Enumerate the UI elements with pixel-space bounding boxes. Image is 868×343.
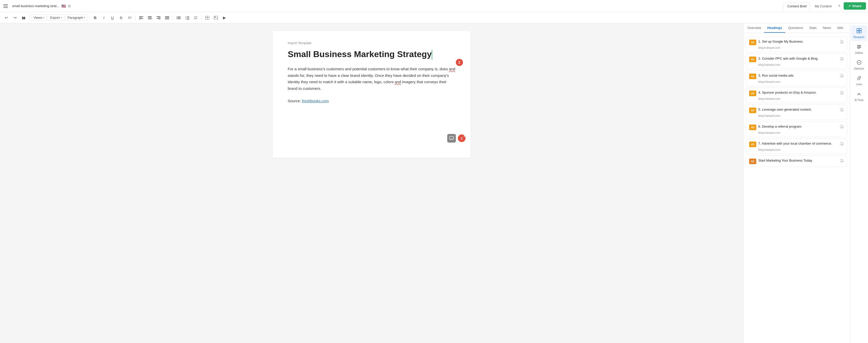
align-justify-button[interactable]: [163, 14, 171, 22]
paragraph-dropdown[interactable]: Paragraph ▾: [65, 14, 88, 21]
heading-item-0[interactable]: H3 1. Set up Google My Business. blog.hu…: [746, 37, 847, 52]
svg-rect-49: [840, 159, 843, 162]
svg-rect-45: [840, 125, 843, 128]
import-template-link[interactable]: Import Template: [288, 41, 455, 45]
heading-text-2: 3. Run social media ads.: [758, 73, 844, 78]
heading-text-1: 2. Consder PPC ads with Google & Bing.: [758, 56, 844, 61]
add-tab-button[interactable]: +: [836, 3, 843, 9]
copy-button-0[interactable]: [839, 39, 845, 45]
heading-item-7[interactable]: H2 Start Marketing Your Business Today: [746, 156, 847, 167]
image-button[interactable]: [212, 14, 220, 22]
checklist-button[interactable]: ☑: [192, 14, 199, 22]
copy-button-5[interactable]: [839, 124, 845, 130]
tab-stats[interactable]: Stats: [806, 23, 820, 33]
optimize-icon: [857, 60, 862, 66]
heading-text-3: 4. Sponsor products on Etsy & Amazon.: [758, 90, 844, 95]
heading-item-6[interactable]: H3 7. Advertise with your local chamber …: [746, 139, 847, 154]
heading-badge-1: H3: [749, 57, 756, 62]
heading-badge-5: H3: [749, 125, 756, 130]
comment-icon[interactable]: [447, 134, 456, 143]
align-left-button[interactable]: [137, 14, 145, 22]
far-right-links[interactable]: Links: [851, 73, 867, 88]
subscript-button[interactable]: X2: [126, 14, 133, 22]
tab-questions[interactable]: Questions: [785, 23, 806, 33]
save-button[interactable]: [20, 14, 27, 22]
tab-headings[interactable]: Headings: [764, 23, 785, 33]
copy-button-2[interactable]: [839, 73, 845, 79]
ordered-list-button[interactable]: 1.2.3.: [183, 14, 191, 22]
heading-item-2[interactable]: H3 3. Run social media ads. blog.hubspot…: [746, 71, 847, 86]
table-button[interactable]: [204, 14, 211, 22]
comment-count-badge[interactable]: 2: [456, 59, 463, 66]
heading-badge-2: H3: [749, 74, 756, 79]
export-chevron: ▾: [61, 16, 62, 19]
paragraph-chevron: ▾: [84, 16, 85, 19]
export-dropdown[interactable]: Export ▾: [48, 14, 64, 21]
divider-2: [89, 15, 90, 21]
italic-button[interactable]: I: [100, 14, 108, 22]
tab-overview[interactable]: Overview: [744, 23, 764, 33]
copy-button-4[interactable]: [839, 107, 845, 113]
share-button[interactable]: ↗ Share: [844, 2, 866, 10]
comment-plus: +: [463, 135, 465, 138]
far-right-outline[interactable]: Outline: [851, 42, 867, 57]
source-link[interactable]: freshbooks.com: [302, 99, 329, 103]
tab-news[interactable]: News: [820, 23, 834, 33]
redo-button[interactable]: ↪: [11, 14, 19, 22]
heading-badge-6: H3: [749, 142, 756, 147]
heading-item-1[interactable]: H3 2. Consder PPC ads with Google & Bing…: [746, 54, 847, 69]
heading-item-5[interactable]: H3 6. Develop a referral program. blog.h…: [746, 122, 847, 137]
svg-rect-51: [859, 28, 861, 30]
source-text: Source:: [288, 99, 301, 103]
svg-rect-54: [857, 45, 861, 46]
svg-rect-4: [148, 16, 152, 17]
heading-item-4[interactable]: H3 5. Leverage user-generated content. b…: [746, 105, 847, 120]
svg-rect-57: [858, 48, 860, 49]
svg-rect-7: [149, 19, 151, 20]
copy-button-3[interactable]: [839, 90, 845, 96]
far-right-optimize[interactable]: Optimize: [851, 57, 867, 73]
views-dropdown[interactable]: Views ▾: [31, 14, 47, 21]
strikethrough-button[interactable]: S: [117, 14, 125, 22]
doc-body-paragraph[interactable]: For a small business's customers and pot…: [288, 66, 455, 92]
heading-text-4: 5. Leverage user-generated content.: [758, 107, 844, 112]
svg-text:3.: 3.: [185, 19, 186, 20]
svg-rect-35: [840, 40, 843, 43]
bold-button[interactable]: B: [91, 14, 99, 22]
svg-rect-2: [139, 18, 143, 19]
tab-wiki[interactable]: Wiki: [834, 23, 846, 33]
copy-button-7[interactable]: [839, 158, 845, 164]
svg-rect-55: [858, 46, 861, 47]
svg-rect-23: [187, 16, 189, 17]
comment-badge-button[interactable]: 2 +: [458, 134, 465, 142]
svg-point-20: [177, 18, 177, 19]
share-label: Share: [852, 4, 861, 8]
copy-button-6[interactable]: [839, 141, 845, 147]
unordered-list-button[interactable]: [175, 14, 182, 22]
copy-button-1[interactable]: [839, 56, 845, 62]
heading-source-5: blog.hubspot.com: [758, 131, 844, 134]
far-right-research[interactable]: Research: [851, 25, 867, 41]
comment-icon-area: 2 +: [447, 134, 465, 143]
heading-text-7: Start Marketing Your Business Today: [758, 158, 844, 163]
far-right-ai-tools[interactable]: AI Tools: [851, 89, 867, 104]
align-center-button[interactable]: [146, 14, 154, 22]
align-right-button[interactable]: [155, 14, 162, 22]
settings-icon[interactable]: ⚙: [68, 4, 71, 8]
tab-content-brief[interactable]: Content Brief: [784, 3, 811, 10]
undo-button[interactable]: ↩: [3, 14, 10, 22]
svg-rect-56: [857, 47, 861, 48]
heading-source-1: blog.hubspot.com: [758, 63, 844, 66]
doc-heading[interactable]: Small Business Marketing Strategy: [288, 49, 455, 60]
svg-rect-8: [156, 16, 160, 17]
video-button[interactable]: ▶: [221, 14, 228, 22]
editor-paper: Import Template Small Business Marketing…: [273, 31, 471, 158]
tab-my-content[interactable]: My Content: [811, 3, 835, 10]
far-right-panel: Research Outline Optimize Links AI Tools: [850, 23, 868, 343]
heading-item-3[interactable]: H3 4. Sponsor products on Etsy & Amazon.…: [746, 88, 847, 103]
heading-text-6: 7. Advertise with your local chamber of …: [758, 141, 844, 146]
hamburger-menu-button[interactable]: [2, 3, 9, 10]
underline-button[interactable]: U: [109, 14, 116, 22]
export-label: Export: [50, 16, 60, 20]
svg-rect-13: [165, 17, 169, 18]
